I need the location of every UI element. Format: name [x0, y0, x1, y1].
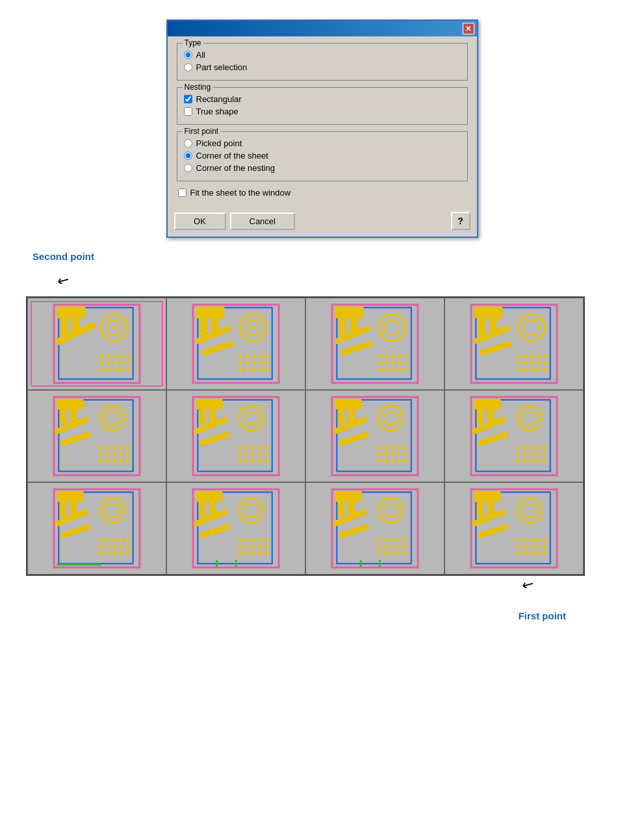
svg-rect-57 — [340, 341, 374, 356]
svg-point-254 — [383, 538, 387, 542]
svg-point-107 — [105, 446, 109, 450]
svg-point-55 — [385, 320, 400, 335]
svg-point-17 — [113, 368, 117, 372]
svg-point-21 — [126, 354, 130, 358]
svg-rect-196 — [60, 502, 66, 517]
svg-point-293 — [543, 551, 547, 555]
svg-point-14 — [113, 361, 117, 365]
svg-point-187 — [536, 446, 540, 450]
svg-point-31 — [251, 326, 255, 330]
nest-cell-1-1 — [27, 298, 166, 390]
svg-rect-195 — [57, 491, 83, 502]
rectangular-label[interactable]: Rectangular — [196, 94, 242, 104]
svg-point-192 — [543, 459, 547, 463]
trueshape-checkbox[interactable] — [184, 107, 192, 116]
svg-point-250 — [383, 504, 397, 517]
cell-svg-2-3 — [309, 393, 441, 479]
svg-point-36 — [252, 354, 256, 358]
svg-point-130 — [238, 446, 242, 450]
svg-point-165 — [397, 459, 401, 463]
svg-point-256 — [377, 545, 381, 549]
svg-point-42 — [252, 368, 256, 372]
trueshape-label[interactable]: True shape — [196, 107, 238, 116]
svg-point-204 — [112, 538, 116, 542]
radio-picked-input[interactable] — [184, 139, 192, 148]
nest-cell-3-4 — [444, 482, 584, 575]
svg-point-120 — [125, 459, 129, 463]
svg-point-203 — [105, 538, 109, 542]
svg-point-288 — [536, 538, 540, 542]
svg-point-59 — [385, 354, 389, 358]
svg-point-213 — [119, 551, 123, 555]
svg-point-205 — [99, 545, 103, 549]
svg-point-141 — [258, 459, 262, 463]
nesting-canvas — [26, 296, 585, 576]
radio-all-input[interactable] — [184, 51, 192, 59]
nest-cell-3-3 — [305, 482, 444, 575]
svg-point-206 — [105, 545, 109, 549]
svg-point-86 — [524, 361, 528, 365]
svg-point-43 — [259, 354, 263, 358]
radio-corner-sheet-input[interactable] — [184, 151, 192, 160]
svg-point-158 — [383, 452, 387, 456]
svg-point-10 — [107, 354, 110, 358]
svg-rect-123 — [196, 399, 222, 409]
svg-point-235 — [251, 551, 255, 555]
svg-point-249 — [378, 498, 402, 523]
svg-rect-105 — [60, 432, 92, 446]
rectangular-row: Rectangular — [184, 94, 461, 104]
svg-point-266 — [404, 545, 407, 549]
svg-rect-52 — [339, 318, 346, 335]
svg-rect-246 — [335, 491, 361, 502]
svg-point-103 — [105, 411, 119, 425]
svg-rect-221 — [199, 502, 205, 517]
svg-point-91 — [537, 354, 541, 358]
dialog-body: Type All Part selection Nesting Rectangu… — [168, 36, 477, 208]
svg-point-115 — [119, 446, 123, 450]
close-icon: ✕ — [465, 25, 471, 33]
cancel-button[interactable]: Cancel — [230, 213, 295, 230]
svg-point-118 — [125, 446, 129, 450]
svg-rect-272 — [474, 491, 500, 502]
svg-rect-177 — [477, 432, 509, 446]
ok-button[interactable]: OK — [174, 213, 226, 230]
svg-point-68 — [398, 361, 402, 365]
svg-point-258 — [390, 545, 394, 549]
cell-svg-1-2 — [170, 301, 302, 387]
fit-sheet-checkbox[interactable] — [178, 188, 187, 197]
radio-part-label[interactable]: Part selection — [196, 62, 248, 72]
dialog-close-button[interactable]: ✕ — [463, 23, 474, 34]
svg-point-228 — [244, 538, 248, 542]
radio-all-label[interactable]: All — [196, 50, 205, 60]
radio-corner-nesting-label[interactable]: Corner of the nesting — [196, 163, 275, 173]
first-point-label: First point — [519, 610, 566, 621]
svg-rect-226 — [199, 524, 231, 539]
svg-point-253 — [377, 538, 381, 542]
radio-picked-label[interactable]: Picked point — [196, 138, 242, 148]
svg-point-227 — [238, 538, 242, 542]
svg-point-72 — [404, 368, 408, 372]
svg-point-287 — [529, 551, 533, 555]
svg-point-154 — [377, 446, 381, 450]
svg-point-186 — [529, 459, 533, 463]
svg-rect-81 — [479, 341, 513, 356]
svg-point-179 — [522, 446, 526, 450]
svg-point-108 — [112, 446, 116, 450]
svg-point-54 — [379, 315, 406, 341]
svg-point-45 — [259, 368, 263, 372]
svg-point-61 — [378, 361, 381, 365]
svg-point-150 — [378, 406, 402, 430]
fit-sheet-label[interactable]: Fit the sheet to the window — [190, 188, 291, 198]
help-button[interactable]: ? — [451, 212, 470, 230]
svg-point-65 — [385, 368, 389, 372]
svg-point-216 — [125, 551, 129, 555]
svg-point-155 — [383, 446, 387, 450]
svg-point-239 — [264, 538, 268, 542]
svg-point-131 — [244, 446, 248, 450]
svg-point-109 — [99, 452, 103, 456]
rectangular-checkbox[interactable] — [184, 95, 192, 103]
radio-corner-sheet-label[interactable]: Corner of the sheet — [196, 151, 268, 161]
radio-part-input[interactable] — [184, 63, 192, 71]
svg-rect-129 — [199, 432, 231, 446]
radio-corner-nesting-input[interactable] — [184, 164, 192, 172]
